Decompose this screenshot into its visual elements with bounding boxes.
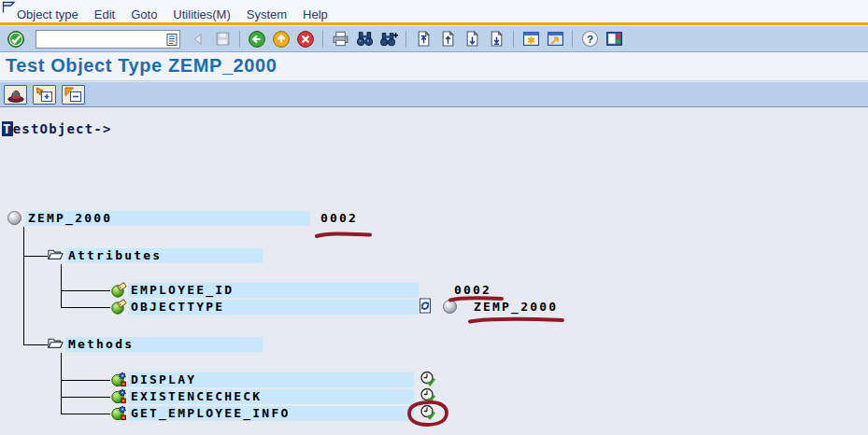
back-circle-icon bbox=[248, 30, 266, 49]
first-page-button[interactable] bbox=[413, 29, 434, 49]
last-page-button[interactable] bbox=[486, 29, 506, 49]
tree-node-employee-id-label[interactable]: EMPLOYEE_ID bbox=[128, 283, 419, 298]
session-icon[interactable] bbox=[2, 0, 16, 12]
save-floppy-icon bbox=[215, 31, 231, 47]
cancel-circle-icon bbox=[296, 30, 315, 49]
folder-icon[interactable] bbox=[48, 247, 64, 265]
first-page-icon bbox=[417, 31, 431, 47]
collapse-node-button[interactable] bbox=[62, 85, 85, 105]
help-icon: ? bbox=[581, 30, 599, 48]
customize-layout-icon bbox=[605, 31, 623, 47]
command-list-icon[interactable] bbox=[166, 33, 178, 49]
tree-node-existencecheck-label[interactable]: EXISTENCECHECK bbox=[128, 389, 414, 404]
folder-icon[interactable] bbox=[48, 336, 64, 354]
tree-row-employee-id: EMPLOYEE_ID 0002 bbox=[0, 283, 868, 298]
menu-object-type[interactable]: Object type bbox=[17, 7, 78, 21]
previous-page-icon bbox=[441, 31, 455, 47]
find-binoculars-icon bbox=[356, 31, 374, 47]
object-sphere-icon[interactable] bbox=[7, 210, 22, 230]
interface-label-first-char: T bbox=[2, 121, 13, 136]
tree-row-root: ZEMP_2000 0002 bbox=[0, 211, 868, 226]
attribute-icon[interactable] bbox=[111, 299, 127, 318]
toolbar-separator bbox=[322, 31, 323, 48]
find-button[interactable] bbox=[354, 29, 375, 49]
tree-row-objecttype: OBJECTTYPE ZEMP_2000 bbox=[0, 300, 868, 315]
back-button[interactable] bbox=[247, 29, 267, 49]
new-session-button[interactable] bbox=[520, 29, 541, 49]
back-step-button[interactable] bbox=[188, 29, 208, 49]
menu-help[interactable]: Help bbox=[303, 7, 328, 21]
tree-node-display-label[interactable]: DISPLAY bbox=[128, 372, 414, 387]
shortcut-icon bbox=[547, 31, 564, 47]
last-page-icon bbox=[490, 31, 504, 47]
tree-node-get-employee-info-label[interactable]: GET_EMPLOYEE_INFO bbox=[128, 406, 414, 421]
sap-window: Object type Edit Goto Utilities(M) Syste… bbox=[0, 0, 868, 435]
enter-button[interactable] bbox=[6, 29, 26, 49]
refresh-document-icon[interactable] bbox=[417, 298, 434, 317]
annotation-underline-root-value bbox=[315, 229, 373, 240]
annotation-underline-objecttype-value bbox=[468, 315, 565, 326]
create-instance-button[interactable] bbox=[4, 85, 27, 105]
customize-layout-button[interactable] bbox=[604, 29, 624, 49]
next-page-icon bbox=[465, 31, 479, 47]
tree-row-display: DISPLAY bbox=[0, 372, 868, 387]
print-button[interactable] bbox=[330, 29, 350, 49]
next-page-button[interactable] bbox=[462, 29, 482, 49]
tree-row-methods: Methods bbox=[0, 337, 868, 352]
enter-check-icon bbox=[7, 30, 25, 49]
new-session-icon bbox=[522, 31, 540, 47]
cancel-button[interactable] bbox=[295, 29, 316, 49]
print-icon bbox=[332, 31, 349, 47]
expand-plus-icon bbox=[36, 87, 54, 104]
menu-bar: Object type Edit Goto Utilities(M) Syste… bbox=[0, 0, 868, 25]
root-value: 0002 bbox=[320, 211, 358, 226]
menu-edit[interactable]: Edit bbox=[94, 7, 115, 21]
command-input[interactable] bbox=[36, 30, 180, 49]
tree-row-attributes: Attributes bbox=[0, 248, 868, 263]
command-field-wrap bbox=[36, 30, 180, 49]
collapse-minus-icon bbox=[64, 87, 83, 104]
menu-system[interactable]: System bbox=[247, 7, 287, 21]
tree-node-methods-label[interactable]: Methods bbox=[65, 337, 263, 352]
title-bar: Test Object Type ZEMP_2000 bbox=[0, 52, 868, 81]
menu-goto[interactable]: Goto bbox=[131, 7, 157, 21]
help-button[interactable]: ? bbox=[579, 29, 600, 49]
menu-utilities[interactable]: Utilities(M) bbox=[173, 7, 230, 21]
back-triangle-icon bbox=[191, 32, 206, 47]
create-shortcut-button[interactable] bbox=[545, 29, 565, 49]
hat-icon bbox=[7, 87, 25, 104]
save-button[interactable] bbox=[212, 29, 233, 49]
tree-node-attributes-label[interactable]: Attributes bbox=[65, 248, 263, 263]
tree-node-root-label[interactable]: ZEMP_2000 bbox=[25, 211, 310, 226]
toolbar-separator bbox=[239, 31, 240, 48]
exit-button[interactable] bbox=[271, 29, 292, 49]
expand-node-button[interactable] bbox=[33, 85, 56, 105]
application-toolbar bbox=[0, 81, 868, 107]
svg-text:?: ? bbox=[586, 33, 592, 45]
annotation-underline-employee-id-value bbox=[448, 293, 505, 304]
standard-toolbar: ? bbox=[0, 25, 868, 52]
page-title: Test Object Type ZEMP_2000 bbox=[0, 52, 868, 77]
tree-node-objecttype-label[interactable]: OBJECTTYPE bbox=[128, 300, 419, 315]
previous-page-button[interactable] bbox=[437, 29, 458, 49]
interface-label: TestObject-> bbox=[2, 121, 112, 136]
annotation-circle-execute-get-employee-info bbox=[406, 400, 449, 428]
find-next-button[interactable] bbox=[378, 29, 399, 49]
toolbar-separator bbox=[513, 31, 514, 48]
toolbar-separator bbox=[572, 31, 573, 48]
exit-circle-icon bbox=[272, 30, 291, 49]
toolbar-separator bbox=[406, 31, 406, 48]
method-icon[interactable] bbox=[111, 405, 127, 425]
interface-label-rest: estObject-> bbox=[13, 121, 112, 136]
menu-items: Object type Edit Goto Utilities(M) Syste… bbox=[17, 7, 328, 21]
find-next-icon bbox=[380, 31, 398, 47]
